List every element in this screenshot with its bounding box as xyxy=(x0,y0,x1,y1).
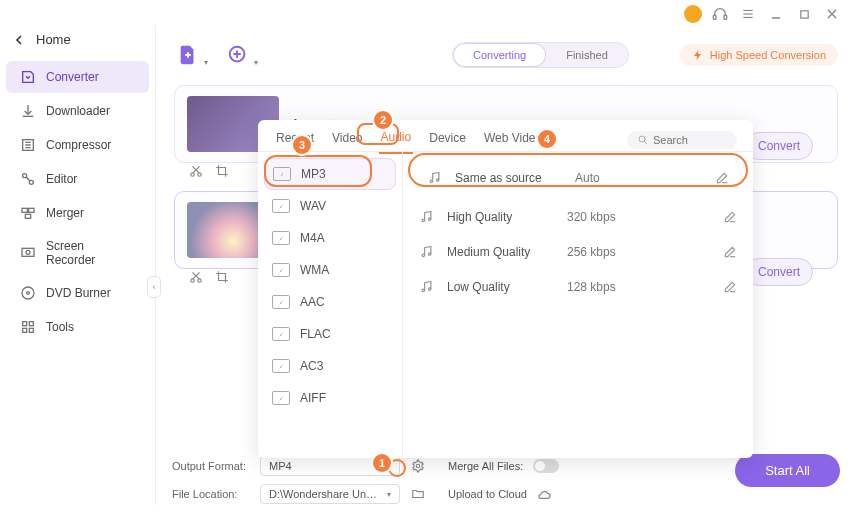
add-file-button[interactable]: ▾ xyxy=(174,41,202,69)
card-actions xyxy=(187,268,231,286)
format-item-aiff[interactable]: ♪AIFF xyxy=(258,382,402,414)
cut-icon[interactable] xyxy=(187,268,205,286)
format-item-mp3[interactable]: ♪MP3 xyxy=(264,158,396,190)
sidebar-item-converter[interactable]: Converter xyxy=(6,61,149,93)
headset-icon[interactable] xyxy=(710,4,730,24)
search-input[interactable] xyxy=(653,134,733,146)
nav-label: DVD Burner xyxy=(46,286,111,300)
start-all-button[interactable]: Start All xyxy=(735,454,840,487)
audio-format-icon: ♪ xyxy=(272,295,290,309)
search-box[interactable] xyxy=(627,131,737,149)
nav-label: Merger xyxy=(46,206,84,220)
crop-icon[interactable] xyxy=(213,162,231,180)
format-item-ac3[interactable]: ♪AC3 xyxy=(258,350,402,382)
hsc-label: High Speed Conversion xyxy=(710,49,826,61)
sidebar-item-downloader[interactable]: Downloader xyxy=(6,95,149,127)
close-button[interactable] xyxy=(822,4,842,24)
nav-label: Converter xyxy=(46,70,99,84)
quality-list: Same as source Auto High Quality 320 kbp… xyxy=(403,152,753,458)
popup-tabs: Recent Video Audio Device Web Video xyxy=(258,120,753,152)
compressor-icon xyxy=(20,137,36,153)
folder-icon[interactable] xyxy=(410,487,426,501)
svg-point-43 xyxy=(416,464,420,468)
format-item-m4a[interactable]: ♪M4A xyxy=(258,222,402,254)
svg-rect-16 xyxy=(22,248,34,256)
quality-item-medium[interactable]: Medium Quality 256 kbps xyxy=(403,234,753,269)
converter-icon xyxy=(20,69,36,85)
edit-preset-icon[interactable] xyxy=(723,245,737,259)
format-item-wma[interactable]: ♪WMA xyxy=(258,254,402,286)
chevron-down-icon: ▾ xyxy=(254,58,258,67)
nav-list: Converter Downloader Compressor Editor M… xyxy=(0,60,155,344)
high-speed-conversion-button[interactable]: High Speed Conversion xyxy=(680,44,838,66)
gear-icon[interactable] xyxy=(410,459,426,473)
maximize-button[interactable] xyxy=(794,4,814,24)
format-item-aac[interactable]: ♪AAC xyxy=(258,286,402,318)
svg-line-12 xyxy=(26,177,30,181)
quality-item-high[interactable]: High Quality 320 kbps xyxy=(403,199,753,234)
window-titlebar xyxy=(0,0,850,28)
svg-rect-0 xyxy=(713,15,716,19)
sidebar-item-screen-recorder[interactable]: Screen Recorder xyxy=(6,231,149,275)
tab-finished[interactable]: Finished xyxy=(546,43,628,67)
merge-toggle[interactable] xyxy=(533,459,559,473)
quality-item-low[interactable]: Low Quality 128 kbps xyxy=(403,269,753,304)
toolbar-left: ▾ ▾ xyxy=(174,41,252,69)
tab-web-video[interactable]: Web Video xyxy=(482,127,544,153)
editor-icon xyxy=(20,171,36,187)
step-marker-4: 4 xyxy=(538,130,556,148)
quality-label: High Quality xyxy=(447,210,567,224)
home-button[interactable]: Home xyxy=(0,25,155,54)
cloud-icon[interactable] xyxy=(537,487,553,502)
cut-icon[interactable] xyxy=(187,162,205,180)
format-item-flac[interactable]: ♪FLAC xyxy=(258,318,402,350)
svg-line-34 xyxy=(645,141,648,144)
minimize-button[interactable] xyxy=(766,4,786,24)
format-label: WMA xyxy=(300,263,329,277)
tab-converting[interactable]: Converting xyxy=(453,43,546,67)
svg-rect-13 xyxy=(22,208,27,212)
sidebar-item-editor[interactable]: Editor xyxy=(6,163,149,195)
convert-button[interactable]: Convert xyxy=(745,258,813,286)
edit-preset-icon[interactable] xyxy=(715,171,729,185)
svg-point-42 xyxy=(428,288,431,291)
home-label: Home xyxy=(36,32,71,47)
audio-format-icon: ♪ xyxy=(272,359,290,373)
upload-cloud-label: Upload to Cloud xyxy=(448,488,527,500)
sidebar: Home Converter Downloader Compressor Edi… xyxy=(0,25,156,505)
tab-audio[interactable]: Audio xyxy=(379,126,414,154)
format-label: WAV xyxy=(300,199,326,213)
format-item-wav[interactable]: ♪WAV xyxy=(258,190,402,222)
edit-preset-icon[interactable] xyxy=(723,280,737,294)
edit-preset-icon[interactable] xyxy=(723,210,737,224)
sidebar-item-merger[interactable]: Merger xyxy=(6,197,149,229)
file-location-value: D:\Wondershare UniConverter 1 xyxy=(269,488,379,500)
menu-icon[interactable] xyxy=(738,4,758,24)
svg-point-37 xyxy=(422,219,425,222)
sidebar-item-tools[interactable]: Tools xyxy=(6,311,149,343)
svg-rect-23 xyxy=(29,328,33,332)
nav-label: Compressor xyxy=(46,138,111,152)
toolbar: ▾ ▾ Converting Finished High Speed Conve… xyxy=(174,35,838,75)
convert-button[interactable]: Convert xyxy=(745,132,813,160)
format-list[interactable]: ♪MP3 ♪WAV ♪M4A ♪WMA ♪AAC ♪FLAC ♪AC3 ♪AIF… xyxy=(258,152,403,458)
svg-rect-15 xyxy=(25,214,30,218)
svg-rect-1 xyxy=(724,15,727,19)
quality-item-same-source[interactable]: Same as source Auto xyxy=(411,160,745,195)
format-label: AIFF xyxy=(300,391,326,405)
user-avatar[interactable] xyxy=(684,5,702,23)
quality-value: 128 kbps xyxy=(567,280,616,294)
tab-device[interactable]: Device xyxy=(427,127,468,153)
svg-rect-20 xyxy=(23,322,27,326)
crop-icon[interactable] xyxy=(213,268,231,286)
recorder-icon xyxy=(20,245,36,261)
nav-label: Editor xyxy=(46,172,77,186)
svg-rect-6 xyxy=(800,10,807,17)
sidebar-item-compressor[interactable]: Compressor xyxy=(6,129,149,161)
add-url-button[interactable]: ▾ xyxy=(224,41,252,69)
tab-video[interactable]: Video xyxy=(330,127,364,153)
output-format-label: Output Format: xyxy=(172,460,250,472)
file-location-select[interactable]: D:\Wondershare UniConverter 1 ▾ xyxy=(260,484,400,504)
sidebar-item-dvd-burner[interactable]: DVD Burner xyxy=(6,277,149,309)
output-format-value: MP4 xyxy=(269,460,292,472)
